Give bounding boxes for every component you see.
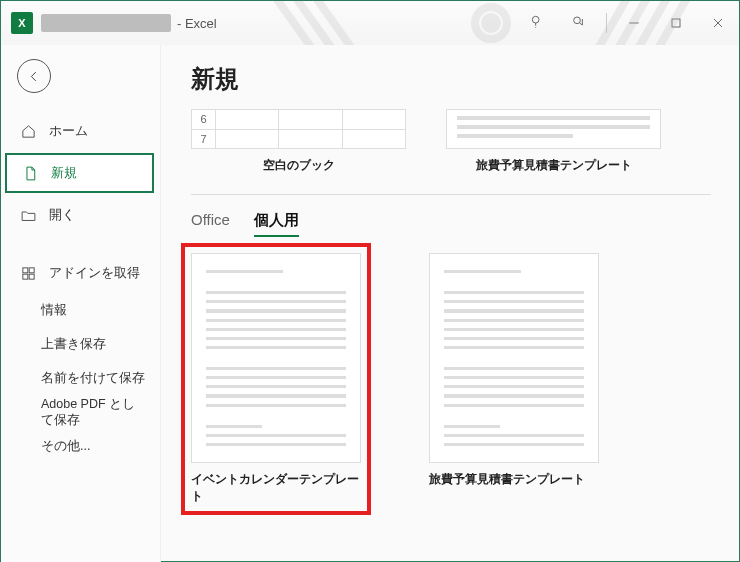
section-divider	[191, 194, 711, 195]
template-travel-label: 旅費予算見積書テンプレート	[446, 157, 661, 174]
back-button[interactable]	[17, 59, 51, 93]
nav-save[interactable]: 上書き保存	[1, 327, 160, 361]
svg-line-0	[271, 1, 321, 45]
template-travel-budget-personal[interactable]: 旅費予算見積書テンプレート	[429, 253, 599, 505]
home-icon	[19, 122, 37, 140]
nav-open-label: 開く	[49, 206, 75, 224]
highlighted-template: イベントカレンダーテンプレート	[181, 243, 371, 515]
template-blank-thumb: 6 7	[191, 109, 406, 149]
excel-app-icon: X	[11, 12, 33, 34]
main-content: 新規 6 7 空白のブック 旅費予算見積書テンプレート	[161, 45, 739, 562]
backstage-sidebar: ホーム 新規 開く アドインを取得 情報 上書き保存 名前を付けて保存 Adob…	[1, 45, 161, 562]
nav-others[interactable]: その他...	[1, 429, 160, 463]
minimize-button[interactable]	[613, 7, 655, 39]
svg-point-10	[574, 17, 581, 24]
svg-rect-16	[29, 267, 34, 272]
svg-line-2	[311, 1, 361, 45]
svg-rect-15	[22, 267, 27, 272]
page-title: 新規	[191, 63, 711, 95]
nav-new-label: 新規	[51, 164, 77, 182]
addins-icon	[19, 264, 37, 282]
svg-rect-17	[22, 274, 27, 279]
svg-point-4	[485, 17, 497, 29]
app-name-suffix: - Excel	[177, 16, 217, 31]
nav-home[interactable]: ホーム	[1, 111, 160, 151]
document-name-redacted	[41, 14, 171, 32]
titlebar: X - Excel	[1, 1, 739, 45]
nav-home-label: ホーム	[49, 122, 88, 140]
template-travel-personal-thumb	[429, 253, 599, 463]
nav-info[interactable]: 情報	[1, 293, 160, 327]
open-icon	[19, 206, 37, 224]
svg-point-3	[475, 7, 507, 39]
template-travel-personal-label: 旅費予算見積書テンプレート	[429, 471, 599, 488]
template-travel-thumb	[446, 109, 661, 149]
titlebar-divider	[606, 13, 607, 33]
template-blank-workbook[interactable]: 6 7 空白のブック	[191, 109, 406, 174]
tab-office[interactable]: Office	[191, 211, 230, 237]
nav-adobe-pdf[interactable]: Adobe PDF として保存	[1, 395, 160, 429]
tab-personal[interactable]: 個人用	[254, 211, 299, 237]
template-tabs: Office 個人用	[191, 211, 711, 237]
template-event-calendar[interactable]: イベントカレンダーテンプレート	[191, 253, 361, 505]
svg-point-9	[532, 16, 539, 23]
nav-get-addins[interactable]: アドインを取得	[1, 253, 160, 293]
feedback-icon[interactable]	[558, 7, 600, 39]
template-event-calendar-label: イベントカレンダーテンプレート	[191, 471, 361, 505]
svg-line-1	[291, 1, 341, 45]
nav-get-addins-label: アドインを取得	[49, 264, 140, 282]
maximize-button[interactable]	[655, 7, 697, 39]
close-button[interactable]	[697, 7, 739, 39]
nav-open[interactable]: 開く	[1, 195, 160, 235]
nav-new[interactable]: 新規	[5, 153, 154, 193]
svg-rect-18	[29, 274, 34, 279]
svg-rect-12	[672, 19, 680, 27]
template-event-calendar-thumb	[191, 253, 361, 463]
new-icon	[21, 164, 39, 182]
template-travel-budget-top[interactable]: 旅費予算見積書テンプレート	[446, 109, 661, 174]
tell-me-icon[interactable]	[516, 7, 558, 39]
template-blank-label: 空白のブック	[191, 157, 406, 174]
nav-save-as[interactable]: 名前を付けて保存	[1, 361, 160, 395]
